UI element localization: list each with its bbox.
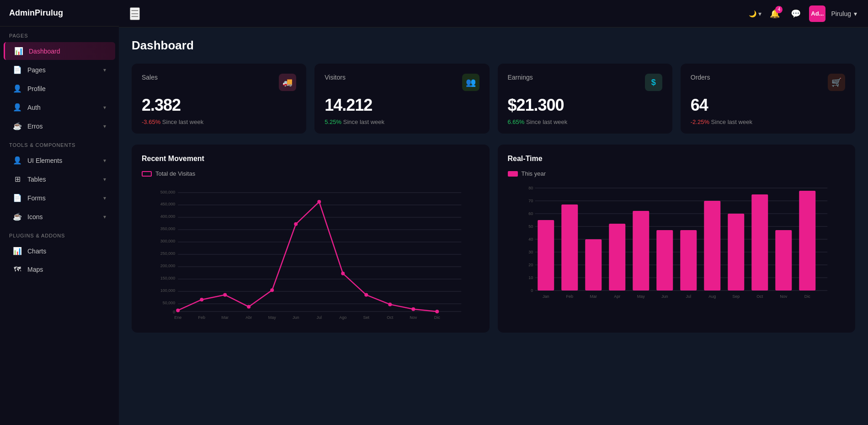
stat-cards-grid: Sales 🚚 2.382 -3.65% Since last week Vis… — [132, 64, 855, 134]
stat-value: $21.300 — [508, 96, 662, 115]
svg-text:Feb: Feb — [566, 294, 573, 299]
svg-text:Feb: Feb — [198, 315, 205, 320]
theme-toggle[interactable]: 🌙 ▾ — [749, 10, 761, 17]
svg-text:Dic: Dic — [804, 294, 810, 299]
svg-text:Dic: Dic — [434, 315, 440, 320]
sidebar-item-label: Dashboard — [29, 48, 60, 55]
svg-text:Nov: Nov — [780, 294, 788, 299]
realtime-title: Real-Time — [508, 155, 846, 163]
avatar[interactable]: Ad... — [809, 5, 825, 22]
maps-icon: 🗺 — [13, 265, 22, 274]
user-menu[interactable]: Pirulug ▾ — [831, 10, 857, 17]
legend-box-filled-icon — [508, 171, 518, 177]
chat-icon: 💬 — [791, 9, 801, 18]
sidebar-section-plugins: Plugins & Addons — [0, 226, 119, 241]
bar-chart-svg: 0 10 20 30 40 50 60 70 80 — [508, 183, 846, 312]
realtime-card: Real-Time This year — [498, 145, 856, 333]
sidebar-item-label: Forms — [27, 194, 46, 202]
chart-legend: Total de Visitas — [142, 170, 479, 177]
svg-text:Oct: Oct — [387, 315, 394, 320]
chat-button[interactable]: 💬 — [788, 6, 804, 22]
svg-text:Apr: Apr — [614, 294, 620, 299]
stat-change-label: Since last week — [526, 118, 567, 125]
stat-card-orders: Orders 🛒 64 -2.25% Since last week — [681, 64, 855, 134]
cart-icon: 🛒 — [831, 77, 841, 87]
svg-text:40: 40 — [528, 237, 533, 242]
stat-label: Orders — [691, 74, 710, 81]
sidebar-item-auth[interactable]: 👤 Auth ▾ — [4, 98, 115, 116]
svg-rect-64 — [538, 220, 554, 291]
stat-card-header: Earnings $ — [508, 74, 662, 91]
stat-change-label: Since last week — [162, 118, 203, 125]
svg-point-27 — [294, 222, 298, 226]
svg-text:Jul: Jul — [686, 294, 691, 299]
page-title: Dashboard — [132, 38, 855, 53]
sidebar-item-label: Profile — [27, 85, 46, 92]
svg-point-23 — [200, 298, 203, 301]
svg-text:50,000: 50,000 — [163, 301, 176, 305]
svg-text:0: 0 — [531, 288, 533, 293]
stat-change-label: Since last week — [711, 118, 752, 125]
svg-text:Set: Set — [363, 315, 369, 320]
stat-change-label: Since last week — [343, 118, 384, 125]
stat-change: 6.65% — [508, 118, 525, 125]
svg-point-24 — [223, 293, 227, 297]
dollar-icon: $ — [651, 78, 656, 87]
user-name: Pirulug — [831, 10, 851, 17]
sidebar-item-tables[interactable]: ⊞ Tables ▾ — [4, 170, 115, 188]
chart-legend: This year — [508, 170, 846, 177]
svg-text:Jan: Jan — [542, 294, 549, 299]
svg-rect-72 — [728, 214, 744, 291]
truck-icon: 🚚 — [282, 77, 293, 87]
dashboard-icon: 📊 — [14, 47, 23, 55]
chevron-down-icon: ▾ — [103, 104, 106, 111]
sidebar-section-tools: Tools & Components — [0, 136, 119, 151]
menu-toggle-button[interactable]: ☰ — [130, 7, 140, 20]
svg-text:350,000: 350,000 — [160, 226, 176, 231]
charts-icon: 📊 — [13, 247, 22, 255]
svg-text:Mar: Mar — [222, 315, 229, 320]
chevron-down-icon: ▾ — [103, 214, 106, 220]
svg-point-31 — [388, 302, 392, 306]
content-area: Dashboard Sales 🚚 2.382 -3.65% Since las… — [119, 27, 868, 425]
chevron-down-icon: ▾ — [103, 67, 106, 73]
users-icon: 👥 — [466, 77, 476, 87]
sidebar-item-maps[interactable]: 🗺 Maps — [4, 261, 115, 278]
sidebar-item-label: Icons — [27, 213, 43, 221]
recent-movement-title: Recent Movement — [142, 155, 479, 163]
stat-footer: -2.25% Since last week — [691, 118, 845, 125]
main-area: ☰ 🌙 ▾ 🔔 4 💬 Ad... Pirulug ▾ Dashboard Sa… — [119, 0, 868, 425]
sidebar-item-dashboard[interactable]: 📊 Dashboard — [4, 42, 115, 60]
theme-chevron: ▾ — [758, 10, 761, 17]
earnings-card-icon: $ — [645, 74, 662, 91]
svg-rect-66 — [585, 239, 602, 291]
svg-point-22 — [176, 308, 180, 312]
sidebar-item-label: UI Elements — [27, 157, 62, 164]
svg-text:150,000: 150,000 — [160, 276, 176, 280]
svg-text:Mar: Mar — [590, 294, 597, 299]
sidebar-item-charts[interactable]: 📊 Charts — [4, 242, 115, 260]
stat-card-visitors: Visitors 👥 14.212 5.25% Since last week — [314, 64, 489, 134]
sidebar-item-icons[interactable]: ☕ Icons ▾ — [4, 208, 115, 226]
icons-icon: ☕ — [13, 212, 22, 221]
chevron-down-icon: ▾ — [103, 176, 106, 183]
sidebar-item-pages[interactable]: 📄 Pages ▾ — [4, 61, 115, 79]
svg-text:Aug: Aug — [708, 294, 716, 299]
legend-label: This year — [522, 170, 546, 177]
chevron-down-icon: ▾ — [103, 157, 106, 164]
sidebar-item-profile[interactable]: 👤 Profile — [4, 80, 115, 97]
stat-card-header: Sales 🚚 — [142, 74, 296, 91]
sidebar-item-forms[interactable]: 📄 Forms ▾ — [4, 189, 115, 207]
svg-text:May: May — [268, 315, 277, 320]
svg-text:0: 0 — [173, 310, 175, 314]
profile-icon: 👤 — [13, 84, 22, 93]
svg-text:Jun: Jun — [661, 294, 668, 299]
sidebar-item-ui-elements[interactable]: 👤 UI Elements ▾ — [4, 151, 115, 169]
bar-chart: 0 10 20 30 40 50 60 70 80 — [508, 183, 846, 313]
notifications-button[interactable]: 🔔 4 — [767, 6, 783, 22]
charts-row: Recent Movement Total de Visitas — [132, 145, 855, 333]
stat-footer: -3.65% Since last week — [142, 118, 296, 125]
sidebar-item-erros[interactable]: ☕ Erros ▾ — [4, 117, 115, 135]
pages-icon: 📄 — [13, 65, 22, 74]
svg-rect-70 — [680, 230, 697, 291]
